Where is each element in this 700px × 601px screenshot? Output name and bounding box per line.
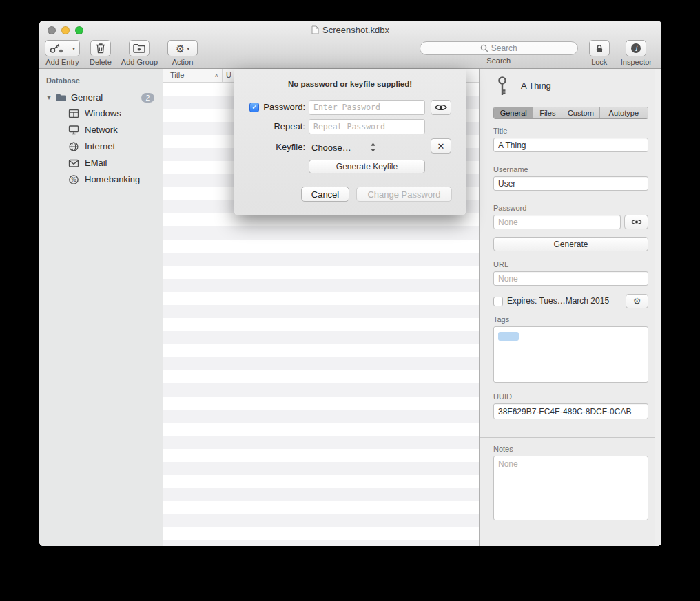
tab-general[interactable]: General (494, 107, 533, 118)
add-group-label: Add Group (121, 58, 158, 66)
add-entry-label: Add Entry (45, 58, 79, 66)
window-title: Screenshot.kdbx (322, 25, 389, 35)
info-icon: i (630, 43, 641, 54)
chevron-down-icon: ▾ (187, 45, 189, 52)
tab-files[interactable]: Files (533, 107, 562, 118)
count-badge: 2 (141, 93, 154, 103)
eye-icon (631, 218, 642, 226)
sidebar-item-windows[interactable]: Windows (39, 105, 163, 121)
inspector-toolbar-item: i Inspector (621, 40, 652, 66)
add-entry-button[interactable] (45, 40, 68, 56)
search-toolbar-item: Search Search (420, 40, 578, 65)
sidebar: Database ▾ General 2 Windows (39, 69, 163, 546)
add-group-button[interactable] (129, 40, 150, 56)
window-chrome: Screenshot.kdbx ▾ Add (39, 21, 661, 69)
password-input[interactable] (309, 100, 425, 115)
sidebar-item-network[interactable]: Network (39, 122, 163, 138)
main-content: Database ▾ General 2 Windows (39, 69, 661, 546)
password-field[interactable] (493, 215, 621, 229)
gear-icon: ⚙ (176, 43, 185, 54)
search-label: Search (486, 56, 511, 65)
sidebar-item-label: Homebanking (85, 174, 140, 184)
inspector-scrollbar[interactable] (655, 69, 661, 546)
keyfile-popup[interactable]: Choose… (309, 140, 425, 155)
eye-icon (435, 103, 447, 112)
stepper-icon (370, 142, 426, 153)
dialog-message: No password or keyfile supplied! (234, 80, 466, 88)
clear-keyfile-button[interactable]: ✕ (431, 138, 451, 154)
lock-button[interactable] (589, 40, 610, 56)
add-entry-dropdown-button[interactable]: ▾ (68, 40, 80, 56)
action-button[interactable]: ⚙ ▾ (167, 40, 198, 56)
password-dialog: No password or keyfile supplied! Passwor… (234, 69, 466, 215)
column-header-title[interactable]: Title ∧ (163, 69, 223, 82)
disclosure-triangle-icon[interactable]: ▾ (43, 94, 54, 101)
password-label: Password (493, 204, 526, 212)
delete-label: Delete (90, 58, 112, 66)
add-entry-toolbar-item: ▾ Add Entry (45, 40, 80, 66)
tab-custom[interactable]: Custom (562, 107, 599, 118)
notes-field[interactable] (493, 456, 648, 520)
uuid-field[interactable] (493, 403, 648, 419)
search-icon (480, 44, 488, 52)
document-icon (311, 25, 319, 34)
notes-label: Notes (493, 445, 513, 453)
globe-icon (67, 141, 81, 152)
tab-autotype[interactable]: Autotype (599, 107, 648, 118)
toolbar: ▾ Add Entry Delete (39, 39, 661, 69)
change-password-button[interactable]: Change Password (356, 187, 452, 202)
titlebar: Screenshot.kdbx (39, 21, 661, 39)
keyfile-label: Keyfile: (234, 140, 305, 155)
sidebar-item-email[interactable]: EMail (39, 155, 163, 171)
sort-indicator-icon: ∧ (214, 69, 218, 82)
expires-label: Expires: Tues…March 2015 (507, 296, 609, 306)
close-x-icon: ✕ (438, 141, 445, 151)
sidebar-item-label: EMail (85, 158, 107, 168)
window-title-area: Screenshot.kdbx (39, 21, 661, 39)
expires-checkbox[interactable] (493, 297, 503, 306)
username-field[interactable] (493, 176, 648, 191)
cancel-button[interactable]: Cancel (301, 187, 349, 202)
sidebar-item-internet[interactable]: Internet (39, 138, 163, 154)
reveal-password-button[interactable] (431, 100, 451, 115)
sidebar-item-label: Windows (85, 108, 121, 118)
info-icon-button[interactable]: i (626, 40, 646, 56)
trash-icon (96, 43, 105, 54)
svg-text:%: % (71, 177, 76, 183)
folder-icon (54, 94, 68, 102)
sidebar-item-homebanking[interactable]: % Homebanking (39, 171, 163, 187)
desktop-background: Screenshot.kdbx ▾ Add (0, 0, 700, 601)
entry-title: A Thing (521, 81, 551, 91)
generate-keyfile-button[interactable]: Generate Keyfile (309, 160, 425, 173)
gear-icon: ⚙ (633, 297, 641, 306)
section-divider (480, 437, 661, 438)
column-title-label: Title (170, 71, 184, 79)
inspector-label: Inspector (621, 58, 652, 66)
uuid-label: UUID (493, 392, 512, 401)
column-username-label: U (226, 71, 231, 79)
sidebar-item-label: Network (85, 125, 118, 135)
repeat-input[interactable] (309, 119, 425, 134)
sidebar-group-general[interactable]: ▾ General 2 (39, 89, 163, 105)
padlock-icon (595, 43, 604, 53)
tags-field[interactable] (493, 326, 648, 383)
delete-button[interactable] (90, 40, 111, 56)
expires-settings-button[interactable]: ⚙ (626, 294, 648, 308)
folder-plus-icon (133, 43, 145, 53)
tag-token[interactable] (498, 332, 519, 341)
repeat-label: Repeat: (234, 119, 305, 134)
url-field[interactable] (493, 271, 648, 286)
envelope-icon (67, 158, 81, 169)
lock-label: Lock (591, 58, 607, 66)
keyfile-value: Choose… (311, 143, 367, 153)
key-icon (497, 76, 507, 96)
sidebar-item-label: Internet (85, 141, 115, 151)
generate-password-button[interactable]: Generate (493, 237, 648, 251)
title-field[interactable] (493, 138, 648, 152)
inspector-panel: A Thing General Files Custom Autotype Ti… (479, 69, 661, 546)
delete-toolbar-item: Delete (90, 40, 112, 66)
search-input[interactable]: Search (420, 41, 578, 55)
add-group-toolbar-item: Add Group (121, 40, 158, 66)
reveal-password-button[interactable] (624, 215, 648, 229)
key-plus-icon (50, 43, 63, 54)
